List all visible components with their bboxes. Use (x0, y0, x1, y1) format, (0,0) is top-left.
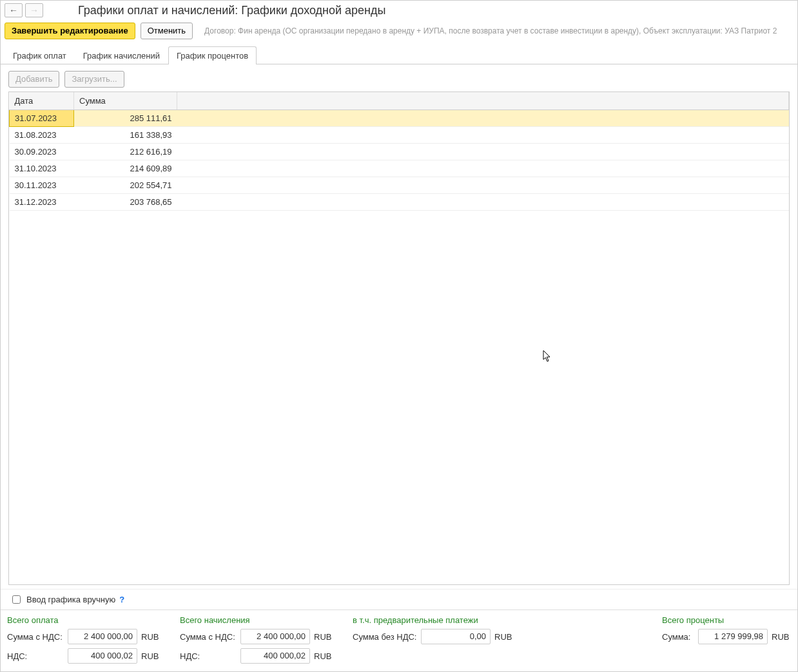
load-button[interactable]: Загрузить... (64, 71, 124, 88)
tab-interest[interactable]: График процентов (168, 46, 257, 64)
table-row[interactable]: 30.09.2023212 616,19 (10, 144, 789, 160)
table-row[interactable]: 31.10.2023214 609,89 (10, 160, 789, 177)
table-row[interactable]: 30.11.2023202 554,71 (10, 177, 789, 194)
accrual-sumvat-label: Сумма с НДС: (180, 632, 237, 642)
table-row[interactable]: 31.08.2023161 338,93 (10, 127, 789, 144)
cell-sum[interactable]: 212 616,19 (74, 144, 177, 160)
column-header-date[interactable]: Дата (10, 92, 74, 110)
titlebar: ← → Графики оплат и начислений: Графики … (1, 1, 797, 20)
cancel-button[interactable]: Отменить (141, 23, 193, 39)
table-row[interactable]: 31.12.2023203 768,65 (10, 194, 789, 211)
add-button[interactable]: Добавить (8, 71, 59, 88)
app-window: ← → Графики оплат и начислений: Графики … (0, 0, 798, 672)
tab-accruals[interactable]: График начислений (75, 46, 168, 64)
currency-label: RUB (772, 632, 791, 642)
table-row[interactable]: 31.07.2023285 111,61 (10, 110, 789, 127)
totals-payment: Всего оплата Сумма с НДС: 2 400 000,00 R… (7, 615, 161, 664)
currency-label: RUB (314, 651, 333, 661)
currency-label: RUB (494, 632, 514, 642)
cell-date[interactable]: 31.08.2023 (10, 127, 74, 144)
prepay-sumnovat-label: Сумма без НДС: (353, 632, 417, 642)
main-toolbar: Завершить редактирование Отменить Догово… (1, 20, 797, 42)
prepay-sumnovat-value[interactable]: 0,00 (421, 629, 491, 644)
finish-editing-button[interactable]: Завершить редактирование (5, 23, 135, 39)
cell-sum[interactable]: 161 338,93 (74, 127, 177, 144)
cell-sum[interactable]: 203 768,65 (74, 194, 177, 211)
totals-prepay: в т.ч. предварительные платежи Сумма без… (353, 615, 643, 664)
totals-payment-title: Всего оплата (7, 615, 161, 625)
help-icon[interactable]: ? (119, 595, 124, 604)
cell-sum[interactable]: 202 554,71 (74, 177, 177, 194)
cell-empty (177, 194, 789, 211)
context-note: Договор: Фин аренда (ОС организации пере… (204, 26, 793, 35)
table-container: Дата Сумма 31.07.2023285 111,6131.08.202… (8, 91, 790, 585)
page-title: Графики оплат и начислений: Графики дохо… (78, 4, 385, 17)
cell-empty (177, 127, 789, 144)
totals-interest: Всего проценты Сумма: 1 279 999,98 RUB (662, 615, 791, 664)
cell-empty (177, 177, 789, 194)
currency-label: RUB (314, 632, 333, 642)
cell-empty (177, 160, 789, 177)
column-header-sum[interactable]: Сумма (74, 92, 177, 110)
accrual-vat-value[interactable]: 400 000,02 (240, 648, 310, 664)
currency-label: RUB (141, 632, 161, 642)
interest-sum-label: Сумма: (662, 632, 694, 642)
column-header-spacer (177, 92, 789, 110)
cell-date[interactable]: 31.07.2023 (10, 110, 74, 127)
totals-prepay-title: в т.ч. предварительные платежи (353, 615, 643, 625)
accrual-sumvat-value[interactable]: 2 400 000,00 (240, 629, 310, 644)
tabs: График оплат График начислений График пр… (1, 46, 797, 64)
cell-date[interactable]: 31.12.2023 (10, 194, 74, 211)
interest-sum-value[interactable]: 1 279 999,98 (698, 629, 768, 644)
payment-vat-value[interactable]: 400 000,02 (68, 648, 137, 664)
cell-date[interactable]: 30.09.2023 (10, 144, 74, 160)
cell-date[interactable]: 30.11.2023 (10, 177, 74, 194)
arrow-left-icon: ← (9, 5, 18, 15)
manual-input-label: Ввод графика вручную (26, 595, 115, 604)
cell-empty (177, 110, 789, 127)
nav-back-button[interactable]: ← (5, 3, 23, 17)
accrual-vat-label: НДС: (180, 651, 237, 661)
payment-sumvat-label: Сумма с НДС: (7, 632, 64, 642)
tab-payments[interactable]: График оплат (5, 46, 75, 64)
table-empty-area[interactable] (9, 211, 789, 584)
sub-toolbar: Добавить Загрузить... (1, 64, 797, 91)
manual-input-checkbox[interactable] (12, 595, 21, 604)
totals-interest-title: Всего проценты (662, 615, 791, 625)
cell-date[interactable]: 31.10.2023 (10, 160, 74, 177)
cell-sum[interactable]: 285 111,61 (74, 110, 177, 127)
interest-table[interactable]: Дата Сумма 31.07.2023285 111,6131.08.202… (9, 92, 789, 211)
totals-accrual: Всего начисления Сумма с НДС: 2 400 000,… (180, 615, 333, 664)
arrow-right-icon: → (30, 5, 39, 15)
currency-label: RUB (141, 651, 161, 661)
payment-sumvat-value[interactable]: 2 400 000,00 (68, 629, 137, 644)
nav-forward-button[interactable]: → (25, 3, 43, 17)
cell-empty (177, 144, 789, 160)
totals-panel: Всего оплата Сумма с НДС: 2 400 000,00 R… (1, 610, 797, 671)
payment-vat-label: НДС: (7, 651, 64, 661)
cell-sum[interactable]: 214 609,89 (74, 160, 177, 177)
manual-input-row: Ввод графика вручную ? (1, 589, 797, 610)
totals-accrual-title: Всего начисления (180, 615, 333, 625)
